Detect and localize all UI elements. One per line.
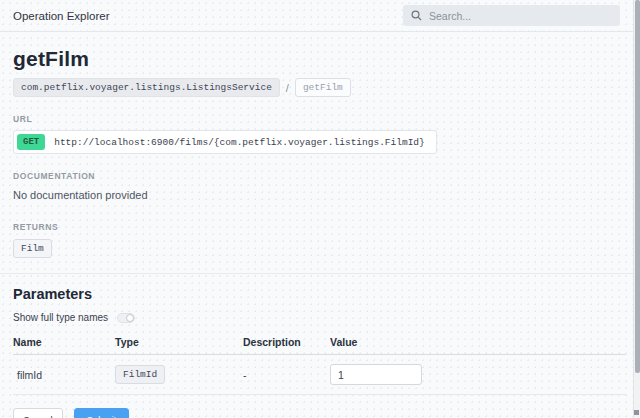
parameter-name: filmId — [13, 369, 115, 381]
operation-title: getFilm — [13, 47, 626, 71]
documentation-section: DOCUMENTATION No documentation provided — [13, 171, 626, 201]
submit-button[interactable]: Submit — [74, 408, 130, 418]
toggle-row: Show full type names — [13, 312, 626, 323]
resize-grip — [634, 410, 639, 415]
service-name-tag[interactable]: com.petflix.voyager.listings.ListingsSer… — [13, 78, 280, 97]
scrollbar-thumb[interactable] — [635, 0, 640, 373]
cancel-button[interactable]: Cancel — [13, 408, 63, 418]
url-label: URL — [13, 114, 626, 124]
vertical-scrollbar[interactable] — [633, 0, 640, 418]
search-input[interactable] — [429, 10, 612, 22]
parameters-title: Parameters — [13, 286, 626, 302]
column-header-type: Type — [115, 336, 243, 348]
parameters-table: Name Type Description Value filmId FilmI… — [13, 336, 626, 395]
search-icon — [411, 10, 422, 21]
section-divider — [0, 273, 640, 274]
documentation-label: DOCUMENTATION — [13, 171, 626, 181]
parameters-table-header: Name Type Description Value — [13, 336, 626, 355]
show-full-type-names-label: Show full type names — [13, 312, 108, 323]
parameter-value-input[interactable] — [330, 364, 422, 385]
breadcrumb-separator: / — [286, 82, 289, 94]
url-section: URL GET http://localhost:6900/films/{com… — [13, 114, 626, 154]
parameters-section: Parameters Show full type names Name Typ… — [13, 286, 626, 418]
app-title: Operation Explorer — [13, 10, 110, 22]
main-content: getFilm com.petflix.voyager.listings.Lis… — [0, 47, 640, 418]
column-header-description: Description — [243, 336, 330, 348]
column-header-name: Name — [13, 336, 115, 348]
form-actions: Cancel Submit — [13, 408, 626, 418]
url-box: GET http://localhost:6900/films/{com.pet… — [13, 130, 437, 154]
returns-section: RETURNS Film — [13, 222, 626, 258]
operation-explorer-page: Operation Explorer getFilm com.petflix.v… — [0, 0, 640, 418]
show-full-type-names-toggle[interactable] — [117, 313, 135, 323]
url-text: http://localhost:6900/films/{com.petflix… — [54, 137, 425, 148]
endpoint-name-tag[interactable]: getFilm — [295, 78, 351, 97]
top-bar: Operation Explorer — [0, 0, 640, 32]
search-box[interactable] — [403, 5, 620, 26]
parameter-type-tag[interactable]: FilmId — [115, 365, 165, 384]
documentation-text: No documentation provided — [13, 189, 626, 201]
parameter-type-cell: FilmId — [115, 365, 243, 384]
column-header-value: Value — [330, 336, 626, 348]
parameter-row: filmId FilmId - — [13, 355, 626, 395]
parameter-description: - — [243, 369, 330, 381]
returns-type-tag[interactable]: Film — [13, 239, 52, 258]
http-method-badge: GET — [17, 134, 45, 150]
returns-label: RETURNS — [13, 222, 626, 232]
parameter-value-cell — [330, 364, 626, 385]
toggle-knob — [126, 314, 134, 322]
breadcrumb: com.petflix.voyager.listings.ListingsSer… — [13, 78, 626, 97]
